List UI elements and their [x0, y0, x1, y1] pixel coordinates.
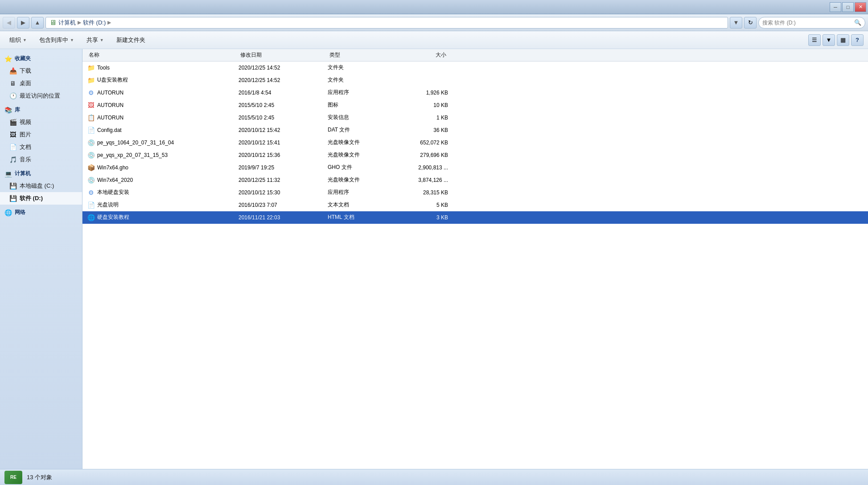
toolbar-right: ☰ ▼ ▦ ? — [808, 34, 864, 46]
back-icon: ◀ — [7, 19, 11, 26]
file-icon: 💿 — [87, 151, 95, 159]
table-row[interactable]: ⚙ AUTORUN 2016/1/8 4:54 应用程序 1,926 KB — [82, 86, 868, 99]
table-row[interactable]: 📁 Tools 2020/12/25 14:52 文件夹 — [82, 62, 868, 74]
view-dropdown-button[interactable]: ▼ — [823, 34, 835, 46]
file-type: 文件夹 — [328, 64, 390, 71]
file-date: 2020/12/25 14:52 — [239, 65, 328, 71]
sidebar-item-desktop[interactable]: 🖥 桌面 — [0, 77, 82, 90]
minimize-button[interactable]: ─ — [830, 2, 841, 12]
title-bar: ─ □ ✕ — [0, 0, 868, 14]
computer-label: 计算机 — [15, 170, 31, 177]
file-name: Win7x64.gho — [97, 164, 128, 171]
help-icon: ? — [856, 37, 859, 43]
file-icon: 🖼 — [87, 101, 95, 109]
file-size: 2,900,813 ... — [390, 164, 448, 171]
file-icon: ⚙ — [87, 89, 95, 97]
breadcrumb-computer[interactable]: 计算机 — [58, 19, 76, 27]
back-button[interactable]: ◀ — [3, 17, 15, 29]
file-type: 应用程序 — [328, 189, 390, 196]
breadcrumb-drive[interactable]: 软件 (D:) — [83, 19, 106, 27]
file-name: 光盘说明 — [97, 201, 119, 209]
downloads-icon: 📥 — [9, 67, 17, 75]
table-row[interactable]: 📄 Config.dat 2020/10/12 15:42 DAT 文件 36 … — [82, 124, 868, 136]
file-size: 1,926 KB — [390, 90, 448, 96]
preview-icon: ▦ — [840, 37, 846, 43]
refresh-button[interactable]: ↻ — [744, 17, 757, 29]
sidebar-item-doc[interactable]: 📄 文档 — [0, 141, 82, 153]
include-label: 包含到库中 — [39, 36, 68, 44]
search-input[interactable] — [762, 20, 852, 26]
organize-button[interactable]: 组织 ▼ — [4, 33, 32, 47]
sidebar-section-computer: 💻 计算机 💾 本地磁盘 (C:) 💾 软件 (D:) — [0, 168, 82, 205]
picture-label: 图片 — [20, 131, 31, 139]
table-row[interactable]: 🌐 硬盘安装教程 2016/11/21 22:03 HTML 文档 3 KB — [82, 211, 868, 224]
file-size: 652,072 KB — [390, 140, 448, 146]
file-date: 2020/12/25 11:32 — [239, 177, 328, 183]
computer-logo-icon: 🖥 — [49, 19, 57, 27]
sidebar-network-header[interactable]: 🌐 网络 — [0, 206, 82, 218]
file-type: GHO 文件 — [328, 164, 390, 171]
file-date: 2016/11/21 22:03 — [239, 214, 328, 221]
file-date: 2015/5/10 2:45 — [239, 102, 328, 108]
up-button[interactable]: ▲ — [31, 17, 44, 29]
doc-label: 文档 — [20, 143, 31, 151]
file-type: 光盘映像文件 — [328, 176, 390, 184]
file-size: 279,696 KB — [390, 152, 448, 158]
col-header-size[interactable]: 大小 — [390, 51, 448, 59]
table-row[interactable]: 📋 AUTORUN 2015/5/10 2:45 安装信息 1 KB — [82, 111, 868, 124]
softd-icon: 💾 — [9, 194, 17, 202]
col-header-name[interactable]: 名称 — [87, 51, 239, 59]
preview-pane-button[interactable]: ▦ — [837, 34, 849, 46]
view-button[interactable]: ☰ — [808, 34, 821, 46]
share-label: 共享 — [86, 36, 98, 44]
sidebar-item-softd[interactable]: 💾 软件 (D:) — [0, 192, 82, 205]
forward-button[interactable]: ▶ — [17, 17, 29, 29]
newfolder-button[interactable]: 新建文件夹 — [111, 33, 150, 47]
file-name: 本地硬盘安装 — [97, 189, 129, 196]
table-row[interactable]: 📄 光盘说明 2016/10/23 7:07 文本文档 5 KB — [82, 199, 868, 211]
col-header-date[interactable]: 修改日期 — [239, 51, 328, 59]
main-layout: ⭐ 收藏夹 📥 下载 🖥 桌面 🕐 最近访问的位置 📚 库 — [0, 49, 868, 469]
file-name: Config.dat — [97, 127, 122, 133]
table-row[interactable]: 💿 Win7x64_2020 2020/12/25 11:32 光盘映像文件 3… — [82, 174, 868, 186]
sidebar-item-music[interactable]: 🎵 音乐 — [0, 153, 82, 166]
table-row[interactable]: 📦 Win7x64.gho 2019/9/7 19:25 GHO 文件 2,90… — [82, 161, 868, 174]
help-button[interactable]: ? — [851, 34, 864, 46]
file-name: AUTORUN — [97, 115, 123, 121]
search-bar[interactable]: 🔍 — [758, 17, 865, 29]
file-size: 10 KB — [390, 102, 448, 108]
sidebar-item-video[interactable]: 🎬 视频 — [0, 116, 82, 128]
file-name: AUTORUN — [97, 102, 123, 108]
sidebar-library-header[interactable]: 📚 库 — [0, 104, 82, 116]
share-button[interactable]: 共享 ▼ — [82, 33, 109, 47]
sidebar-item-downloads[interactable]: 📥 下载 — [0, 65, 82, 77]
close-button[interactable]: ✕ — [855, 2, 866, 12]
table-row[interactable]: ⚙ 本地硬盘安装 2020/10/12 15:30 应用程序 28,315 KB — [82, 186, 868, 199]
table-row[interactable]: 💿 pe_yqs_xp_20_07_31_15_53 2020/10/12 15… — [82, 149, 868, 161]
sidebar-computer-header[interactable]: 💻 计算机 — [0, 168, 82, 180]
table-row[interactable]: 📁 U盘安装教程 2020/12/25 14:52 文件夹 — [82, 74, 868, 86]
view-arrow-icon: ▼ — [826, 37, 832, 43]
include-button[interactable]: 包含到库中 ▼ — [34, 33, 79, 47]
file-icon: 📦 — [87, 164, 95, 172]
maximize-button[interactable]: □ — [842, 2, 854, 12]
file-icon: ⚙ — [87, 189, 95, 197]
file-type: 图标 — [328, 101, 390, 109]
desktop-icon: 🖥 — [9, 79, 17, 87]
sidebar-item-picture[interactable]: 🖼 图片 — [0, 128, 82, 141]
col-header-type[interactable]: 类型 — [328, 51, 390, 59]
table-row[interactable]: 💿 pe_yqs_1064_20_07_31_16_04 2020/10/12 … — [82, 136, 868, 149]
share-arrow-icon: ▼ — [100, 38, 104, 42]
organize-label: 组织 — [9, 36, 21, 44]
favorites-icon: ⭐ — [4, 55, 12, 62]
file-date: 2020/10/12 15:30 — [239, 189, 328, 196]
column-headers: 名称 修改日期 类型 大小 — [82, 49, 868, 62]
sidebar-item-recent[interactable]: 🕐 最近访问的位置 — [0, 90, 82, 102]
sidebar-item-localc[interactable]: 💾 本地磁盘 (C:) — [0, 180, 82, 192]
table-row[interactable]: 🖼 AUTORUN 2015/5/10 2:45 图标 10 KB — [82, 99, 868, 111]
dropdown-button[interactable]: ▼ — [730, 17, 742, 29]
search-icon[interactable]: 🔍 — [854, 19, 861, 26]
sidebar-favorites-header[interactable]: ⭐ 收藏夹 — [0, 53, 82, 65]
file-date: 2015/5/10 2:45 — [239, 115, 328, 121]
file-date: 2016/10/23 7:07 — [239, 202, 328, 208]
